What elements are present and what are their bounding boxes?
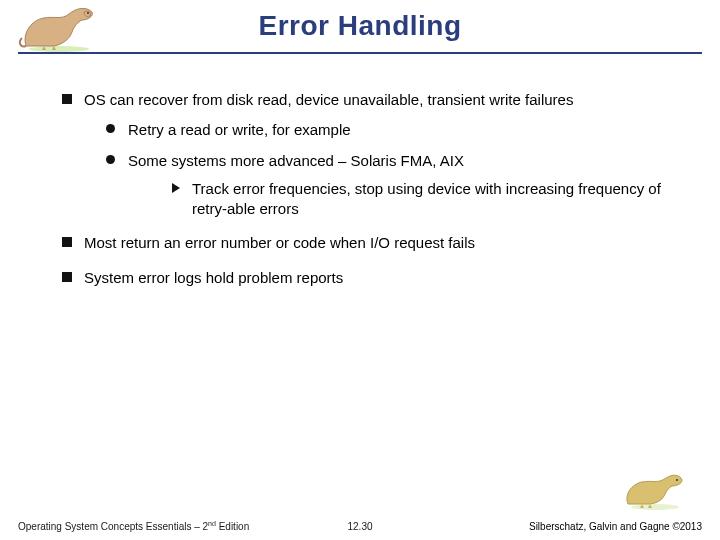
slide-header: Error Handling — [0, 0, 720, 56]
bullet-text: Most return an error number or code when… — [84, 234, 475, 251]
bullet-text: System error logs hold problem reports — [84, 269, 343, 286]
bullet-level3: Track error frequencies, stop using devi… — [172, 179, 680, 220]
bullet-level1: OS can recover from disk read, device un… — [62, 90, 680, 219]
svg-point-2 — [631, 504, 679, 510]
bullet-level2: Retry a read or write, for example — [106, 120, 680, 140]
bullet-text: Track error frequencies, stop using devi… — [192, 180, 661, 217]
slide-title: Error Handling — [0, 10, 720, 42]
footer-right: Silberschatz, Galvin and Gagne ©2013 — [529, 521, 702, 532]
slide: Error Handling OS can recover from disk … — [0, 0, 720, 540]
bullet-text: Retry a read or write, for example — [128, 121, 351, 138]
title-underline — [18, 52, 702, 54]
slide-footer: Operating System Concepts Essentials – 2… — [0, 514, 720, 532]
dinosaur-bottom-icon — [620, 470, 690, 510]
bullet-level2: Some systems more advanced – Solaris FMA… — [106, 151, 680, 220]
bullet-level1: System error logs hold problem reports — [62, 268, 680, 288]
footer-copyright: Silberschatz, Galvin and Gagne ©2013 — [529, 521, 702, 532]
svg-point-3 — [676, 479, 678, 481]
bullet-text: Some systems more advanced – Solaris FMA… — [128, 152, 464, 169]
slide-content: OS can recover from disk read, device un… — [62, 90, 680, 302]
bullet-text: OS can recover from disk read, device un… — [84, 91, 573, 108]
bullet-level1: Most return an error number or code when… — [62, 233, 680, 253]
